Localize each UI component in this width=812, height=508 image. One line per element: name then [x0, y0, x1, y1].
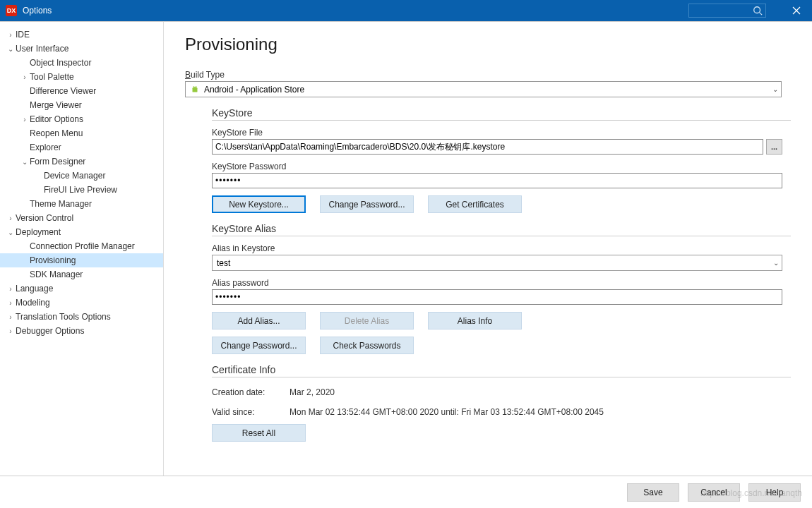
alias-info-button[interactable]: Alias Info [428, 312, 522, 329]
sidebar-item-language[interactable]: ›Language [0, 282, 163, 296]
chevron-right-icon[interactable]: › [6, 31, 16, 39]
chevron-right-icon[interactable]: › [6, 299, 16, 307]
sidebar-item-label: Translation Tools Options [16, 312, 111, 322]
svg-line-1 [760, 13, 763, 16]
sidebar-item-connection-profile-manager[interactable]: Connection Profile Manager [0, 239, 163, 253]
sidebar: ›IDE⌄User InterfaceObject Inspector›Tool… [0, 22, 164, 476]
sidebar-item-label: Device Manager [44, 171, 105, 181]
sidebar-item-editor-options[interactable]: ›Editor Options [0, 112, 163, 126]
keystore-alias-group-title: KeyStore Alias [212, 223, 791, 236]
sidebar-item-tool-palette[interactable]: ›Tool Palette [0, 70, 163, 84]
chevron-down-icon[interactable]: ⌄ [6, 45, 16, 53]
close-button[interactable] [780, 0, 812, 21]
chevron-down-icon[interactable]: ⌄ [20, 158, 30, 166]
chevron-right-icon[interactable]: › [20, 116, 30, 123]
certificate-info-group-title: Certificate Info [212, 364, 791, 377]
chevron-down-icon: ⌄ [773, 259, 779, 267]
sidebar-item-object-inspector[interactable]: Object Inspector [0, 56, 163, 70]
change-alias-password-button[interactable]: Change Password... [212, 337, 306, 354]
chevron-right-icon[interactable]: › [6, 327, 16, 335]
sidebar-item-merge-viewer[interactable]: Merge Viewer [0, 98, 163, 112]
chevron-right-icon[interactable]: › [6, 313, 16, 321]
change-keystore-password-button[interactable]: Change Password... [320, 195, 414, 213]
chevron-right-icon[interactable]: › [6, 214, 16, 222]
sidebar-item-label: SDK Manager [30, 270, 83, 279]
sidebar-item-label: Editor Options [30, 114, 83, 124]
keystore-password-input[interactable] [212, 173, 782, 188]
sidebar-item-label: User Interface [16, 44, 68, 54]
keystore-group-title: KeyStore [212, 107, 791, 121]
sidebar-item-debugger-options[interactable]: ›Debugger Options [0, 324, 163, 338]
alias-password-label: Alias password [212, 278, 791, 288]
sidebar-item-label: Object Inspector [30, 58, 91, 68]
close-icon [792, 6, 801, 15]
footer: Save Cancel Help [0, 476, 812, 508]
sidebar-item-label: Form Designer [30, 157, 85, 167]
sidebar-item-label: Difference Viewer [30, 86, 96, 96]
sidebar-item-explorer[interactable]: Explorer [0, 140, 163, 155]
alias-dropdown[interactable]: test ⌄ [212, 255, 782, 271]
sidebar-item-ide[interactable]: ›IDE [0, 28, 163, 42]
page-title: Provisioning [185, 35, 791, 54]
alias-password-input[interactable] [212, 289, 782, 305]
sidebar-item-deployment[interactable]: ⌄Deployment [0, 225, 163, 239]
sidebar-item-version-control[interactable]: ›Version Control [0, 211, 163, 225]
search-icon [753, 6, 763, 16]
window-title: Options [23, 6, 52, 16]
svg-rect-4 [193, 87, 198, 92]
creation-date-label: Creation date: [212, 387, 289, 397]
keystore-file-input[interactable] [212, 139, 763, 155]
svg-point-0 [754, 7, 760, 13]
get-certificates-button[interactable]: Get Certificates [428, 195, 522, 213]
keystore-file-browse-button[interactable]: ... [766, 139, 782, 155]
sidebar-item-label: Debugger Options [16, 326, 84, 336]
app-icon: DX [6, 5, 17, 16]
new-keystore-button[interactable]: New Keystore... [212, 195, 306, 213]
sidebar-item-device-manager[interactable]: Device Manager [0, 169, 163, 183]
sidebar-item-label: Version Control [16, 213, 73, 223]
sidebar-item-reopen-menu[interactable]: Reopen Menu [0, 126, 163, 140]
help-button[interactable]: Help [748, 483, 801, 502]
sidebar-item-label: Reopen Menu [30, 128, 83, 138]
sidebar-item-sdk-manager[interactable]: SDK Manager [0, 267, 163, 282]
sidebar-item-translation-tools-options[interactable]: ›Translation Tools Options [0, 310, 163, 324]
delete-alias-button[interactable]: Delete Alias [320, 312, 414, 329]
alias-in-keystore-label: Alias in Keystore [212, 243, 791, 253]
sidebar-item-label: IDE [16, 30, 30, 40]
sidebar-item-label: Merge Viewer [30, 100, 82, 110]
sidebar-item-label: Connection Profile Manager [30, 241, 135, 251]
alias-value: test [217, 258, 230, 268]
sidebar-item-label: Provisioning [30, 255, 76, 265]
sidebar-item-label: Deployment [16, 227, 61, 237]
content-area: Provisioning Build Type Android - Applic… [164, 22, 812, 476]
build-type-label: Build Type [185, 70, 791, 80]
sidebar-item-theme-manager[interactable]: Theme Manager [0, 197, 163, 211]
sidebar-item-user-interface[interactable]: ⌄User Interface [0, 42, 163, 56]
sidebar-item-fireui-live-preview[interactable]: FireUI Live Preview [0, 183, 163, 197]
sidebar-item-difference-viewer[interactable]: Difference Viewer [0, 84, 163, 98]
chevron-right-icon[interactable]: › [6, 285, 16, 293]
sidebar-item-label: Theme Manager [30, 199, 92, 209]
titlebar: DX Options [0, 0, 812, 21]
chevron-right-icon[interactable]: › [20, 73, 30, 81]
reset-all-button[interactable]: Reset All [212, 424, 306, 442]
creation-date-value: Mar 2, 2020 [289, 387, 335, 397]
build-type-dropdown[interactable]: Android - Application Store ⌄ [185, 81, 782, 97]
check-passwords-button[interactable]: Check Passwords [320, 337, 414, 354]
chevron-down-icon: ⌄ [772, 85, 778, 93]
add-alias-button[interactable]: Add Alias... [212, 312, 306, 329]
sidebar-item-provisioning[interactable]: Provisioning [0, 253, 163, 267]
sidebar-item-form-designer[interactable]: ⌄Form Designer [0, 155, 163, 169]
chevron-down-icon[interactable]: ⌄ [6, 229, 16, 236]
search-input[interactable] [688, 4, 766, 18]
keystore-file-label: KeyStore File [212, 128, 791, 138]
sidebar-item-label: Tool Palette [30, 72, 74, 82]
cancel-button[interactable]: Cancel [688, 483, 740, 502]
sidebar-item-label: Modeling [16, 298, 50, 308]
save-button[interactable]: Save [627, 483, 679, 502]
valid-since-label: Valid since: [212, 407, 289, 417]
sidebar-item-modeling[interactable]: ›Modeling [0, 296, 163, 310]
valid-since-value: Mon Mar 02 13:52:44 GMT+08:00 2020 until… [289, 407, 604, 417]
build-type-value: Android - Application Store [204, 85, 304, 95]
sidebar-item-label: FireUI Live Preview [44, 185, 117, 195]
